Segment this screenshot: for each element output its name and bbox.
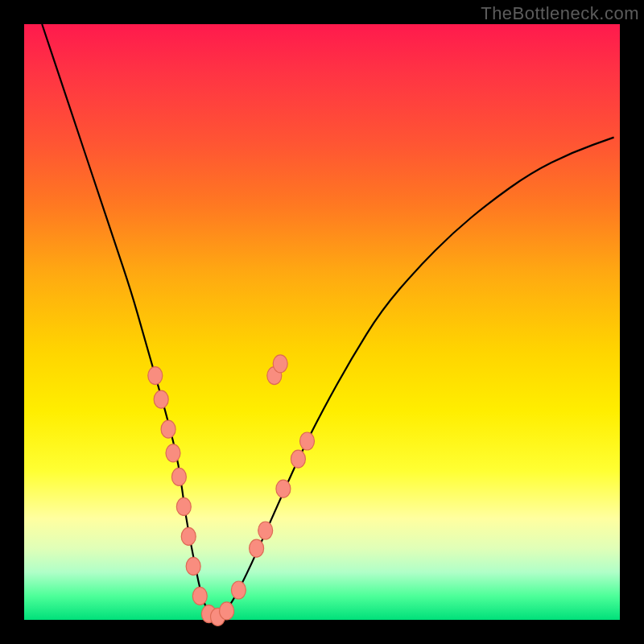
chart-svg xyxy=(24,24,620,620)
curve-marker xyxy=(148,367,163,385)
plot-area xyxy=(24,24,620,620)
curve-marker xyxy=(300,432,315,450)
curve-marker xyxy=(166,444,180,462)
watermark-text: TheBottleneck.com xyxy=(481,3,639,24)
curve-marker xyxy=(231,581,246,599)
curve-marker xyxy=(181,527,196,545)
curve-marker xyxy=(220,602,234,620)
curve-marker xyxy=(276,480,291,497)
curve-marker xyxy=(154,390,168,408)
curve-marker xyxy=(186,557,200,575)
curve-marker xyxy=(273,355,287,373)
curve-marker xyxy=(192,587,207,605)
curve-marker xyxy=(291,450,305,468)
curve-marker xyxy=(176,497,191,515)
bottleneck-curve xyxy=(42,24,613,617)
curve-marker xyxy=(258,522,273,539)
curve-marker xyxy=(250,539,264,557)
curve-marker xyxy=(171,468,186,485)
chart-frame: TheBottleneck.com xyxy=(0,0,644,644)
marker-group xyxy=(148,355,315,626)
curve-marker xyxy=(161,420,175,438)
